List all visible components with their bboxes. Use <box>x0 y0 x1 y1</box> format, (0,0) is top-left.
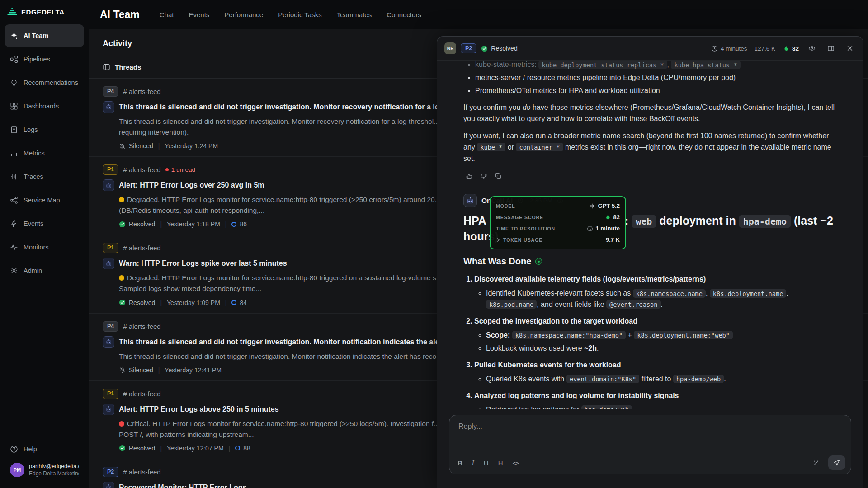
thumbs-up-button[interactable] <box>463 170 475 182</box>
sidebar-item-admin[interactable]: Admin <box>5 259 84 282</box>
step-detail: Scope: k8s.namespace.name:"hpa-demo" + k… <box>486 330 841 341</box>
step-item: Pulled Kubernetes events for the workloa… <box>474 360 841 385</box>
sidebar-item-traces[interactable]: Traces <box>5 165 84 188</box>
layout-toggle-button[interactable] <box>825 42 837 54</box>
format-italic-button[interactable]: I <box>472 460 474 466</box>
ai-assist-icon[interactable] <box>810 457 822 469</box>
thread-channel: # alerts-feed <box>123 468 160 476</box>
bot-avatar <box>103 404 114 415</box>
tab-chat[interactable]: Chat <box>160 11 174 19</box>
silenced-icon <box>119 143 126 150</box>
threads-columns-icon <box>103 63 110 71</box>
thread-title: Alert: HTTP Error Logs over 250 avg in 5… <box>119 181 264 189</box>
sidebar-item-pipelines[interactable]: Pipelines <box>5 48 84 70</box>
tooltip-row-token-usage[interactable]: TOKEN USAGE9.7 K <box>496 234 620 245</box>
sidebar-item-events[interactable]: Events <box>5 212 84 235</box>
tab-connectors[interactable]: Connectors <box>387 11 421 19</box>
score-chip: 82 <box>783 45 799 52</box>
sidebar-item-label: Logs <box>24 126 38 133</box>
tab-performance[interactable]: Performance <box>224 11 263 19</box>
sidebar-item-label: Metrics <box>24 150 45 157</box>
sidebar-item-label: Dashboards <box>24 103 59 110</box>
monitors-icon <box>10 243 18 251</box>
step-item: Scoped the investigation to the target w… <box>474 316 841 354</box>
bullet-item: kube-state-metrics: kube_deployment_stat… <box>475 61 841 70</box>
thumbs-down-button[interactable] <box>478 170 490 182</box>
format-plain-button[interactable]: H <box>498 460 503 466</box>
bullet-item: Prometheus/OTel metrics for HPA and work… <box>475 85 841 97</box>
close-button[interactable] <box>844 42 856 54</box>
sidebar-item-ai-team[interactable]: AI Team <box>5 24 84 47</box>
step-detail: Queried K8s events with event.domain:"K8… <box>486 374 841 385</box>
message-paragraph: If you want, I can also run a broader me… <box>463 131 839 164</box>
thread-score: 84 <box>231 299 247 306</box>
thread-status: Resolved <box>119 445 155 452</box>
top-tabs: ChatEventsPerformancePeriodic TasksTeamm… <box>160 11 421 19</box>
sidebar-item-logs[interactable]: Logs <box>5 118 84 141</box>
sidebar-item-label: Events <box>24 220 43 227</box>
admin-icon <box>10 267 18 275</box>
status-badge: Resolved <box>481 45 517 52</box>
priority-badge: P4 <box>103 86 118 97</box>
bot-avatar <box>103 482 114 488</box>
tab-teammates[interactable]: Teammates <box>337 11 372 19</box>
copy-button[interactable] <box>492 170 504 182</box>
sidebar-item-monitors[interactable]: Monitors <box>5 236 84 258</box>
score-icon <box>231 300 236 305</box>
format-underline-button[interactable]: U <box>484 460 489 466</box>
sidebar-item-label: Traces <box>24 173 43 180</box>
step-detail: Lookback windows used were ~2h. <box>486 343 841 354</box>
thread-status: Resolved <box>119 221 155 228</box>
bullet-item: metrics-server / resource metrics pipeli… <box>475 72 841 84</box>
sidebar-item-metrics[interactable]: Metrics <box>5 142 84 164</box>
thread-timestamp: Yesterday 1:09 PM <box>167 299 220 306</box>
user-menu[interactable]: PM parthiv@edgedelta.co... Edge Delta Ma… <box>5 459 84 484</box>
unread-indicator: 1 unread <box>165 166 195 173</box>
sidebar-item-recommendations[interactable]: Recommendations <box>5 71 84 94</box>
thread-status: Silenced <box>119 366 153 374</box>
sidebar-item-label: Monitors <box>24 244 49 251</box>
logs-icon <box>10 126 18 134</box>
message-paragraph: If you confirm you do have those metrics… <box>463 102 839 125</box>
format-mono-button[interactable]: <> <box>513 460 519 466</box>
format-bold-button[interactable]: B <box>458 460 462 466</box>
activity-title: Activity <box>103 39 132 48</box>
priority-badge: P2 <box>461 43 476 54</box>
clock-icon <box>587 225 593 232</box>
resolved-icon <box>119 221 126 228</box>
bot-avatar <box>103 101 114 113</box>
send-button[interactable] <box>828 455 845 470</box>
step-title: Discovered available telemetry fields (l… <box>474 275 706 283</box>
avatar: PM <box>10 463 24 477</box>
severity-dot <box>119 275 124 281</box>
sidebar-item-dashboards[interactable]: Dashboards <box>5 95 84 117</box>
thread-title: Recovered Monitor: HTTP Error Logs <box>119 483 246 488</box>
thread-channel: # alerts-feed <box>123 390 160 398</box>
thread-timestamp: Yesterday 12:07 PM <box>167 445 224 452</box>
tab-events[interactable]: Events <box>189 11 209 19</box>
chevron-right-icon <box>496 238 500 242</box>
watch-button[interactable] <box>806 42 818 54</box>
sidebar-item-help[interactable]: Help <box>5 439 84 459</box>
assistant-bullet-list: kube-state-metrics: kube_deployment_stat… <box>463 61 841 96</box>
thread-timestamp: Yesterday 1:24 PM <box>165 142 218 150</box>
edgedelta-logo[interactable]: EDGEDELTA <box>0 0 89 22</box>
tooltip-row-time-to-resolution: TIME TO RESOLUTION1 minute <box>496 223 620 234</box>
recommendations-icon <box>10 79 18 87</box>
silenced-icon <box>119 366 126 373</box>
sidebar-item-label: AI Team <box>24 32 48 39</box>
priority-badge: P1 <box>103 389 118 399</box>
help-icon <box>10 445 18 453</box>
model-icon <box>589 203 595 209</box>
threads-header-label: Threads <box>115 63 141 71</box>
edgedelta-logo-icon <box>7 7 17 16</box>
reply-input[interactable]: Reply... <box>449 415 851 438</box>
thread-title: Alert: HTTP Error Logs above 250 in 5 mi… <box>119 405 279 413</box>
sidebar-item-service-map[interactable]: Service Map <box>5 189 84 211</box>
metrics-icon <box>10 149 18 157</box>
tab-periodic-tasks[interactable]: Periodic Tasks <box>278 11 321 19</box>
thread-avatar: NE <box>444 42 456 54</box>
priority-badge: P1 <box>103 243 118 253</box>
thread-title: This thread is silenced and did not trig… <box>119 338 478 346</box>
duration-chip: 4 minutes <box>711 45 747 52</box>
